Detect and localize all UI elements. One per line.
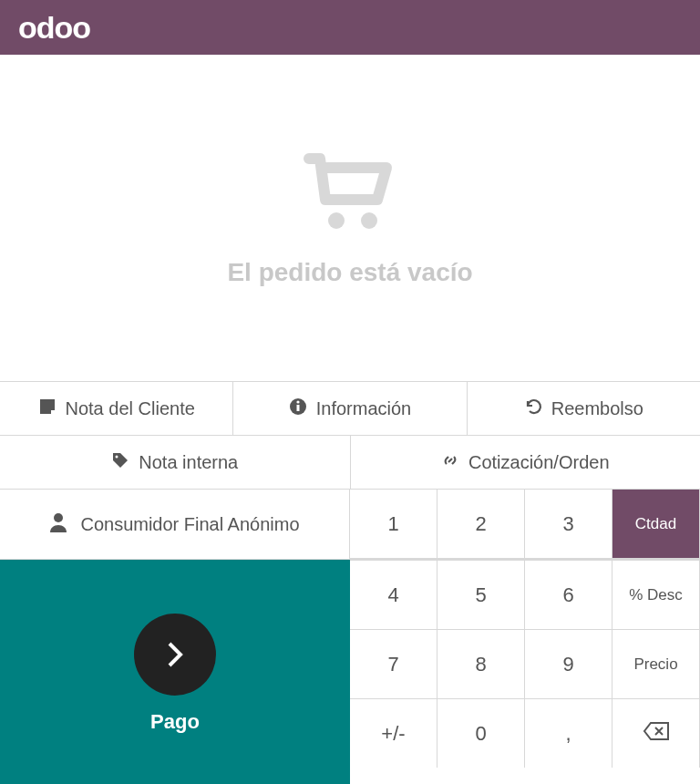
numpad-0[interactable]: 0 — [438, 698, 525, 768]
cart-empty-state: El pedido está vacío — [0, 55, 700, 381]
empty-cart-text: El pedido está vacío — [227, 258, 472, 287]
bottom-row: Pago 4 5 6 % Desc 7 8 9 Precio +/- 0 , — [0, 559, 700, 784]
quotation-label: Cotización/Orden — [468, 452, 610, 473]
payment-label: Pago — [150, 710, 200, 734]
internal-note-label: Nota interna — [139, 452, 238, 473]
numpad-7[interactable]: 7 — [350, 629, 438, 698]
user-icon — [49, 512, 67, 537]
action-row-1: Nota del Cliente Información Reembolso — [0, 381, 700, 435]
sticky-note-icon — [38, 397, 57, 420]
cart-icon — [300, 150, 400, 240]
chevron-right-icon — [157, 636, 193, 673]
undo-icon — [524, 397, 542, 420]
numpad-comma[interactable]: , — [525, 698, 612, 768]
numpad-6[interactable]: 6 — [525, 560, 612, 629]
payment-chevron-circle — [134, 614, 216, 696]
numpad-2[interactable]: 2 — [438, 490, 525, 559]
numpad-backspace[interactable] — [612, 698, 700, 768]
svg-rect-3 — [296, 405, 299, 411]
numpad-grid: 4 5 6 % Desc 7 8 9 Precio +/- 0 , — [350, 560, 700, 784]
customer-note-label: Nota del Cliente — [66, 398, 195, 419]
svg-point-5 — [116, 455, 118, 458]
backspace-icon — [643, 721, 670, 747]
numpad-3[interactable]: 3 — [525, 490, 612, 559]
refund-label: Reembolso — [551, 398, 643, 419]
numpad-mode-price[interactable]: Precio — [612, 629, 700, 698]
link-icon — [441, 451, 459, 474]
internal-note-button[interactable]: Nota interna — [0, 436, 351, 489]
numpad-1[interactable]: 1 — [350, 490, 438, 559]
customer-numpad-row: Consumidor Final Anónimo 1 2 3 Ctdad — [0, 489, 700, 559]
numpad-8[interactable]: 8 — [438, 629, 525, 698]
numpad-mode-qty[interactable]: Ctdad — [612, 490, 700, 559]
customer-button[interactable]: Consumidor Final Anónimo — [0, 490, 350, 559]
svg-point-4 — [296, 400, 299, 403]
info-icon — [289, 397, 307, 420]
payment-button[interactable]: Pago — [0, 560, 350, 784]
logo: odoo — [18, 10, 90, 46]
numpad-9[interactable]: 9 — [525, 629, 612, 698]
numpad-plusminus[interactable]: +/- — [350, 698, 438, 768]
action-row-2: Nota interna Cotización/Orden — [0, 435, 700, 489]
svg-point-6 — [54, 513, 63, 522]
info-label: Información — [316, 398, 412, 419]
tag-icon — [111, 451, 129, 474]
numpad-4[interactable]: 4 — [350, 560, 438, 629]
numpad-5[interactable]: 5 — [438, 560, 525, 629]
info-button[interactable]: Información — [233, 382, 467, 435]
numpad-mode-disc[interactable]: % Desc — [612, 560, 700, 629]
customer-label: Consumidor Final Anónimo — [80, 514, 299, 535]
svg-point-0 — [328, 212, 345, 229]
app-header: odoo — [0, 0, 700, 55]
refund-button[interactable]: Reembolso — [468, 382, 700, 435]
quotation-button[interactable]: Cotización/Orden — [351, 436, 701, 489]
svg-point-1 — [361, 212, 377, 229]
customer-note-button[interactable]: Nota del Cliente — [0, 382, 233, 435]
